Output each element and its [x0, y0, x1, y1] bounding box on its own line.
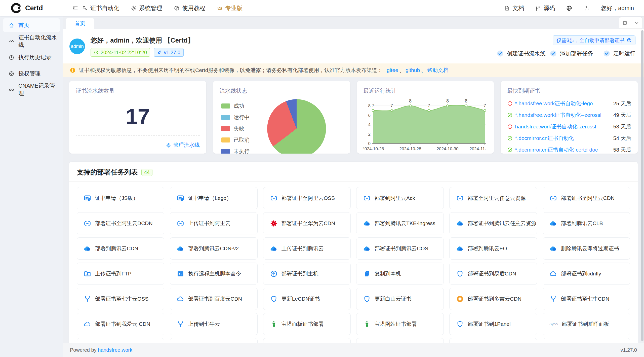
- task-card-29[interactable]: 部署证书至七牛CDN: [543, 288, 630, 310]
- task-card-35[interactable]: Synology部署证书到群晖面板: [543, 313, 630, 335]
- task-card-23[interactable]: 部署证书到cdnfly: [543, 263, 630, 285]
- svg-text:2024-11-: 2024-11-: [469, 147, 486, 151]
- days-remaining: 25 天后: [613, 100, 631, 107]
- pipeline-count-card: 证书流水线数量 17 管理流水线: [69, 81, 206, 154]
- sidebar-item-4[interactable]: CNAME记录管理: [3, 83, 60, 97]
- task-card-10[interactable]: 部署证书到腾讯云任意云资源: [449, 212, 537, 234]
- days-remaining: 49 天后: [613, 112, 631, 119]
- sidebar-item-1[interactable]: 证书自动化流水线: [3, 34, 60, 48]
- task-card-32[interactable]: 宝塔面板证书部署: [263, 313, 351, 335]
- task-card-13[interactable]: 部署到腾讯云CDN-v2: [170, 237, 257, 260]
- task-card-31[interactable]: 上传到七牛云: [170, 313, 257, 335]
- alert-link-github[interactable]: github: [406, 67, 420, 73]
- task-card-11[interactable]: 部署到腾讯云CLB: [543, 212, 630, 234]
- key-icon: [82, 5, 88, 11]
- question-circle-icon: [627, 38, 632, 43]
- task-card-25[interactable]: 部署证书到百度云CDN: [170, 288, 257, 310]
- cert-name-link[interactable]: *.docmirror.cn证书自动化: [515, 135, 610, 142]
- legend-swatch: [221, 115, 230, 120]
- card-title: 证书流水线数量: [76, 87, 200, 95]
- cert-name-link[interactable]: handsfree.work证书自动化-zerossl: [515, 123, 610, 130]
- collapse-sidebar-icon[interactable]: [72, 5, 78, 11]
- warning-icon: [70, 67, 76, 73]
- tasks-title: 支持的部署任务列表: [77, 168, 138, 177]
- task-card-18[interactable]: 上传证书到FTP: [77, 263, 164, 285]
- sidebar-item-3[interactable]: 授权管理: [3, 66, 60, 81]
- alert-link-帮助文档[interactable]: 帮助文档: [427, 67, 448, 73]
- sidebar-item-2[interactable]: 执行历史记录: [3, 50, 60, 64]
- alert-link-gitee[interactable]: gitee: [387, 67, 398, 73]
- task-card-14[interactable]: 上传证书到腾讯云: [263, 237, 351, 260]
- tencent-icon: [456, 220, 464, 227]
- quickstart-step-1[interactable]: 添加部署任务: [550, 50, 593, 57]
- legend-item-2: 失败: [221, 125, 250, 132]
- task-card-0[interactable]: 证书申请（JS版）: [77, 187, 164, 209]
- gear-icon: [166, 142, 171, 148]
- user-greeting[interactable]: 您好，admin: [601, 4, 634, 12]
- task-card-33[interactable]: 宝塔网站证书部署: [356, 313, 444, 335]
- task-card-5[interactable]: 部署证书至阿里云CDN: [543, 187, 630, 209]
- nav-menu-0[interactable]: 证书自动化: [82, 4, 119, 12]
- task-card-2[interactable]: 部署证书至阿里云OSS: [263, 187, 351, 209]
- quickstart-step-2[interactable]: 定时运行: [603, 50, 635, 57]
- task-card-16[interactable]: 部署到腾讯云EO: [449, 237, 537, 260]
- tasks-grid: 证书申请（JS版）证书申请（Lego）部署证书至阿里云OSS部署到阿里云Ack部…: [77, 187, 630, 357]
- cert-name-link[interactable]: *.docmirror.cn证书自动化-certd-doc: [515, 146, 610, 153]
- close-circle-icon: [622, 20, 628, 26]
- divider: [76, 135, 200, 136]
- cert-name-link[interactable]: *.handsfree.work证书自动化--zerossl: [515, 112, 610, 119]
- task-card-1[interactable]: 证书申请（Lego）: [170, 187, 257, 209]
- nav-menu-1[interactable]: 系统管理: [131, 4, 162, 12]
- gear-icon: [131, 5, 137, 11]
- svg-text:0: 0: [368, 141, 370, 146]
- brand[interactable]: Certd: [0, 3, 63, 13]
- nav-menu-2[interactable]: 使用教程: [174, 4, 205, 12]
- doc-icon: [504, 5, 510, 11]
- quickstart-tip-button[interactable]: 仅需3步，全自动申请部署证书: [553, 35, 635, 45]
- task-card-19[interactable]: 执行远程主机脚本命令: [170, 263, 257, 285]
- task-card-21[interactable]: 复制到本机: [356, 263, 444, 285]
- task-card-28[interactable]: 部署证书到多吉云CDN: [449, 288, 537, 310]
- task-card-8[interactable]: 部署证书至华为云CDN: [263, 212, 351, 234]
- task-card-15[interactable]: 部署证书到腾讯云COS: [356, 237, 444, 260]
- task-card-34[interactable]: 部署证书到1Panel: [449, 313, 537, 335]
- task-card-17[interactable]: 删除腾讯云即将过期证书: [543, 237, 630, 260]
- rocket-icon: [157, 50, 162, 55]
- task-card-22[interactable]: 部署证书到易盾CDN: [449, 263, 537, 285]
- task-card-9[interactable]: 部署到腾讯云TKE-ingress: [356, 212, 444, 234]
- task-card-30[interactable]: 部署证书到我爱云 CDN: [77, 313, 164, 335]
- task-card-4[interactable]: 部署至阿里云任意云资源: [449, 187, 537, 209]
- nav-link-1[interactable]: 源码: [535, 4, 555, 12]
- aliyun-icon: [363, 194, 371, 202]
- nav-link-0[interactable]: 文档: [504, 4, 524, 12]
- task-card-7[interactable]: 上传证书到阿里云: [170, 212, 257, 234]
- handsfree-link[interactable]: handsfree.work: [98, 347, 132, 353]
- task-card-26[interactable]: 更新LeCDN证书: [263, 288, 351, 310]
- home-icon: [9, 22, 14, 28]
- cert-name-link[interactable]: *.handsfree.work证书自动化-lego: [515, 100, 610, 107]
- close-tabs-button[interactable]: [619, 17, 631, 28]
- nav-menu-3[interactable]: 专业版: [217, 4, 243, 12]
- task-card-12[interactable]: 部署到腾讯云CDN: [77, 237, 164, 260]
- aliyun-icon: [84, 220, 91, 227]
- legend-item-1: 运行中: [221, 114, 250, 121]
- task-card-27[interactable]: 更新白山云证书: [356, 288, 444, 310]
- sidebar-item-0[interactable]: 首页: [3, 18, 60, 32]
- magic-icon[interactable]: [583, 5, 590, 11]
- globe-icon[interactable]: [566, 5, 572, 11]
- svg-text:8: 8: [409, 98, 411, 103]
- footer: Powered by handsfree.work v1.27.0: [63, 343, 644, 357]
- avatar[interactable]: admin: [69, 39, 85, 54]
- pipeline-status-card: 流水线状态 成功运行中失败已取消未执行: [213, 81, 350, 154]
- task-card-24[interactable]: 部署证书至七牛云OSS: [77, 288, 164, 310]
- quickstart-step-0[interactable]: 创建证书流水线: [497, 50, 546, 57]
- task-card-20[interactable]: 部署证书到主机: [263, 263, 351, 285]
- tab-home[interactable]: 首页: [66, 18, 94, 29]
- task-card-6[interactable]: 部署证书至阿里云DCDN: [77, 212, 164, 234]
- scrollbar-thumb[interactable]: [641, 30, 643, 341]
- task-card-3[interactable]: 部署到阿里云Ack: [356, 187, 444, 209]
- link-icon: [9, 87, 14, 93]
- tab-menu-button[interactable]: [631, 17, 642, 28]
- manage-pipelines-link[interactable]: 管理流水线: [166, 141, 200, 149]
- days-remaining: 53 天后: [613, 123, 631, 130]
